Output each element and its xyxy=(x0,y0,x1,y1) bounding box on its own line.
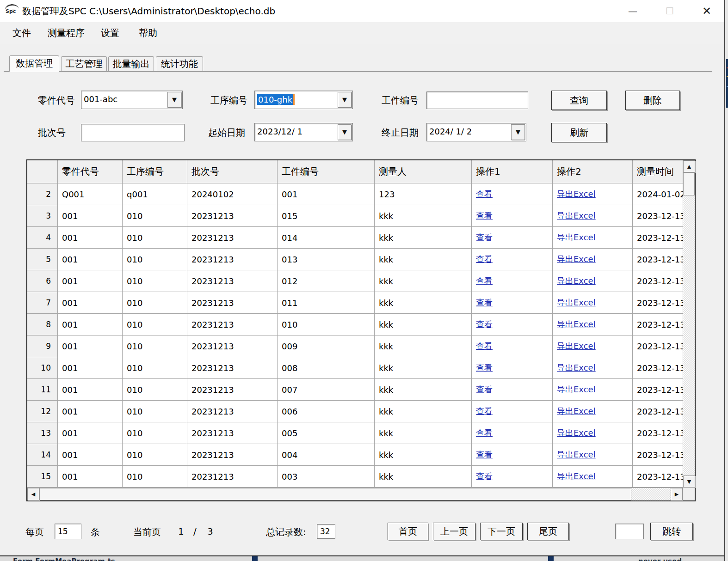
menu-help[interactable]: 帮助 xyxy=(137,22,159,44)
horizontal-scrollbar[interactable]: ◀ ▶ xyxy=(27,488,683,500)
export-excel-link[interactable]: 导出Excel xyxy=(557,341,596,352)
batch-number-cell: 20231213 xyxy=(187,466,278,487)
process-code-combobox[interactable]: 010-ghk ▼ xyxy=(254,91,353,109)
batch-number-cell: 20231213 xyxy=(187,292,278,313)
scroll-down-icon[interactable]: ▼ xyxy=(683,476,695,488)
table-body: 2 Q001 q001 20240102 001 123 查看 导出Excel … xyxy=(27,183,683,488)
piece-number-cell: 014 xyxy=(278,227,375,248)
export-excel-link[interactable]: 导出Excel xyxy=(557,189,596,200)
export-excel-link[interactable]: 导出Excel xyxy=(557,232,596,243)
last-page-button[interactable]: 尾页 xyxy=(527,523,569,540)
measurer-cell: kkk xyxy=(375,466,472,487)
records-table: 零件代号 工序编号 批次号 工件编号 测量人 操作1 操作2 测量时间 2 Q0… xyxy=(26,159,696,501)
measurer-cell: kkk xyxy=(375,379,472,400)
end-date-value: 2024/ 1/ 2 xyxy=(429,127,472,136)
view-link[interactable]: 查看 xyxy=(476,427,493,439)
process-code-cell: 010 xyxy=(123,249,187,270)
row-number-cell: 7 xyxy=(27,292,58,313)
table-row: 8 001 010 20231213 010 kkk 查看 导出Excel 20… xyxy=(27,314,683,335)
view-link[interactable]: 查看 xyxy=(476,384,493,395)
end-date-picker[interactable]: 2024/ 1/ 2 ▼ xyxy=(426,123,526,141)
background-window-right-text: never used xyxy=(638,557,682,561)
tab-data-management[interactable]: 数据管理 xyxy=(9,55,59,72)
piece-number-cell: 005 xyxy=(278,422,375,444)
batch-number-cell: 20231213 xyxy=(187,357,278,378)
tab-process-management[interactable]: 工艺管理 xyxy=(61,56,107,71)
tab-batch-output[interactable]: 批量输出 xyxy=(108,56,154,71)
prev-page-button[interactable]: 上一页 xyxy=(433,523,475,540)
piece-number-cell: 006 xyxy=(278,401,375,422)
view-link[interactable]: 查看 xyxy=(476,449,493,460)
total-records-input[interactable] xyxy=(317,524,335,539)
menu-measure-program[interactable]: 测量程序 xyxy=(46,22,86,44)
vertical-scroll-thumb[interactable] xyxy=(683,172,695,195)
delete-button[interactable]: 删除 xyxy=(625,91,680,110)
view-link[interactable]: 查看 xyxy=(476,189,493,200)
view-link[interactable]: 查看 xyxy=(476,341,493,352)
view-link[interactable]: 查看 xyxy=(476,319,493,330)
start-date-label: 起始日期 xyxy=(208,127,245,139)
batch-number-input[interactable] xyxy=(81,124,185,141)
chevron-down-icon[interactable]: ▼ xyxy=(338,92,352,108)
part-code-cell: Q001 xyxy=(58,183,123,205)
export-excel-link[interactable]: 导出Excel xyxy=(557,297,596,308)
header-measurer: 测量人 xyxy=(375,160,472,183)
export-excel-link[interactable]: 导出Excel xyxy=(557,406,596,417)
close-button[interactable]: ✕ xyxy=(694,0,720,22)
view-link[interactable]: 查看 xyxy=(476,362,493,373)
maximize-button[interactable]: ☐ xyxy=(657,0,683,22)
chevron-down-icon[interactable]: ▼ xyxy=(338,124,352,140)
export-excel-link[interactable]: 导出Excel xyxy=(557,471,596,482)
table-row: 3 001 010 20231213 015 kkk 查看 导出Excel 20… xyxy=(27,205,683,227)
view-link[interactable]: 查看 xyxy=(476,254,493,265)
scroll-left-icon[interactable]: ◀ xyxy=(27,488,39,500)
piece-number-cell: 007 xyxy=(278,379,375,400)
view-link[interactable]: 查看 xyxy=(476,210,493,221)
part-code-combobox[interactable]: 001-abc ▼ xyxy=(81,91,183,109)
batch-number-cell: 20231213 xyxy=(187,227,278,248)
piece-number-cell: 011 xyxy=(278,292,375,313)
batch-number-cell: 20231213 xyxy=(187,335,278,357)
export-excel-link[interactable]: 导出Excel xyxy=(557,362,596,373)
jump-page-input[interactable] xyxy=(615,524,644,539)
refresh-button[interactable]: 刷新 xyxy=(551,123,607,142)
measure-time-cell: 2023-12-13 xyxy=(633,422,683,444)
per-page-input[interactable] xyxy=(55,524,81,539)
scroll-right-icon[interactable]: ▶ xyxy=(671,488,683,500)
chevron-down-icon[interactable]: ▼ xyxy=(167,92,181,108)
view-link[interactable]: 查看 xyxy=(476,297,493,308)
horizontal-scroll-thumb[interactable] xyxy=(39,488,631,500)
measure-time-cell: 2023-12-13 xyxy=(633,379,683,400)
part-code-cell: 001 xyxy=(58,314,123,335)
view-link[interactable]: 查看 xyxy=(476,232,493,243)
export-excel-link[interactable]: 导出Excel xyxy=(557,275,596,287)
menu-file[interactable]: 文件 xyxy=(11,22,33,44)
table-row: 15 001 010 20231213 003 kkk 查看 导出Excel 2… xyxy=(27,466,683,488)
view-link[interactable]: 查看 xyxy=(476,275,493,287)
export-excel-link[interactable]: 导出Excel xyxy=(557,449,596,460)
scroll-up-icon[interactable]: ▲ xyxy=(683,160,695,172)
export-excel-link[interactable]: 导出Excel xyxy=(557,427,596,439)
process-code-cell: 010 xyxy=(123,444,187,465)
jump-button[interactable]: 跳转 xyxy=(650,523,693,540)
start-date-picker[interactable]: 2023/12/ 1 ▼ xyxy=(254,123,353,141)
piece-number-input[interactable] xyxy=(426,91,528,109)
query-button[interactable]: 查询 xyxy=(551,91,607,110)
export-excel-link[interactable]: 导出Excel xyxy=(557,319,596,330)
tab-statistics[interactable]: 统计功能 xyxy=(156,56,203,71)
chevron-down-icon[interactable]: ▼ xyxy=(511,124,525,140)
background-window-edge xyxy=(724,0,728,561)
first-page-button[interactable]: 首页 xyxy=(388,523,428,540)
minimize-button[interactable]: — xyxy=(620,0,646,22)
view-link[interactable]: 查看 xyxy=(476,406,493,417)
app-icon: Spc xyxy=(4,4,19,18)
vertical-scrollbar[interactable]: ▲ ▼ xyxy=(683,160,695,488)
export-excel-link[interactable]: 导出Excel xyxy=(557,254,596,265)
piece-number-cell: 013 xyxy=(278,249,375,270)
export-excel-link[interactable]: 导出Excel xyxy=(557,384,596,395)
next-page-button[interactable]: 下一页 xyxy=(480,523,523,540)
view-link[interactable]: 查看 xyxy=(476,471,493,482)
menu-settings[interactable]: 设置 xyxy=(99,22,121,44)
batch-number-cell: 20231213 xyxy=(187,444,278,465)
export-excel-link[interactable]: 导出Excel xyxy=(557,210,596,221)
